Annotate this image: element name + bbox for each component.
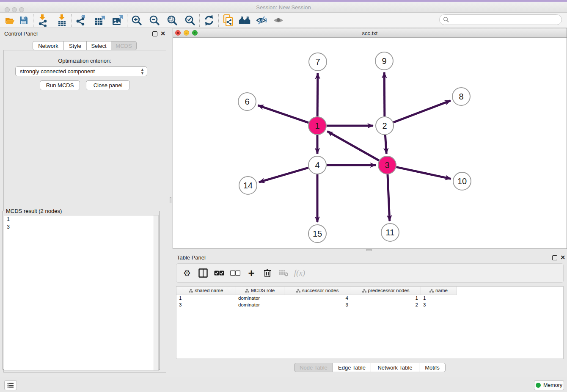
network-graph-svg: 1234678910111415	[173, 38, 567, 248]
tab-edge-table[interactable]: Edge Table	[333, 363, 371, 372]
table-cell: dominator	[236, 301, 284, 308]
mcds-result-title: MCDS result (2 nodes)	[5, 208, 63, 214]
close-panel-button[interactable]: Close panel	[86, 80, 130, 90]
tab-node-table[interactable]: Node Table	[294, 363, 333, 372]
float-panel-icon[interactable]	[152, 31, 157, 36]
graph-node-label: 7	[315, 57, 320, 66]
result-line: 1	[4, 215, 158, 223]
criterion-dropdown[interactable]: strongly connected component ▲▼	[15, 66, 147, 76]
tab-network[interactable]: Network	[33, 41, 64, 50]
toolbar-separator	[33, 14, 33, 27]
memory-status-dot	[536, 383, 541, 388]
export-network-icon[interactable]	[74, 14, 88, 27]
import-network-icon[interactable]	[36, 14, 50, 27]
export-table-icon[interactable]	[93, 14, 107, 27]
graph-node-label: 10	[457, 177, 467, 186]
add-column-icon[interactable]: +	[246, 268, 257, 279]
select-all-columns-icon[interactable]	[214, 268, 225, 279]
mcds-result-list[interactable]: 13	[4, 215, 159, 371]
tab-select[interactable]: Select	[87, 41, 111, 50]
table-cell: 1	[421, 295, 457, 301]
table-cell: 1	[351, 295, 421, 301]
memory-label: Memory	[543, 382, 562, 388]
table-toolbar: ⚙ + f(x)	[176, 263, 564, 283]
hide-selected-icon[interactable]	[255, 14, 269, 27]
graph-edge-3-10[interactable]	[396, 167, 451, 179]
table-float-panel-icon[interactable]	[552, 255, 557, 260]
vertical-splitter-handle[interactable]	[170, 197, 171, 203]
column-sort-icon	[296, 289, 300, 293]
close-panel-icon[interactable]: ✕	[160, 31, 165, 36]
network-window: ✕ − + scc.txt 1234678910111415	[173, 28, 567, 249]
delete-column-icon[interactable]	[262, 268, 273, 279]
control-panel-title: Control Panel	[4, 30, 38, 37]
criterion-value: strongly connected component	[20, 68, 95, 75]
graph-edge-2-8[interactable]	[394, 101, 451, 123]
table-body: 1dominator4113dominator323	[176, 295, 457, 308]
table-close-panel-icon[interactable]: ✕	[560, 255, 565, 260]
graph-edge-1-7[interactable]	[317, 73, 318, 116]
horizontal-splitter-handle[interactable]	[366, 249, 372, 251]
table-cell: 4	[284, 295, 351, 301]
function-builder-icon[interactable]: f(x)	[294, 268, 305, 279]
network-canvas[interactable]: 1234678910111415	[173, 38, 567, 248]
column-header-MCDS-role[interactable]: MCDS role	[236, 287, 284, 295]
toolbar-separator	[127, 14, 127, 27]
graph-edge-2-3[interactable]	[385, 135, 386, 154]
table-cell: 3	[176, 301, 236, 308]
horizontal-splitter[interactable]	[173, 249, 567, 252]
column-header-predecessor-nodes[interactable]: predecessor nodes	[351, 287, 421, 295]
table-tabs: Node TableEdge TableNetwork TableMotifs	[173, 363, 567, 372]
clone-network-icon[interactable]	[221, 14, 235, 27]
column-header-successor-nodes[interactable]: successor nodes	[284, 287, 351, 295]
toolbar-separator	[72, 14, 72, 27]
result-scrollbar[interactable]	[154, 215, 158, 370]
open-file-icon[interactable]	[3, 14, 17, 27]
toolbar-separator	[218, 14, 219, 27]
graph-edge-3-1[interactable]	[328, 131, 379, 160]
graph-node-label: 8	[459, 92, 463, 101]
graph-edge-4-14[interactable]	[259, 168, 308, 182]
vertical-splitter[interactable]	[169, 28, 173, 377]
delete-table-icon[interactable]	[278, 268, 289, 279]
graph-edge-2-9[interactable]	[384, 72, 385, 116]
table-row[interactable]: 1dominator411	[176, 295, 457, 301]
column-sort-icon	[245, 289, 249, 293]
memory-button[interactable]: Memory	[534, 380, 564, 390]
column-header-name[interactable]: name	[421, 287, 457, 295]
zoom-in-icon[interactable]	[130, 14, 143, 27]
search-input[interactable]	[449, 17, 555, 23]
network-window-titlebar[interactable]: ✕ − + scc.txt	[173, 28, 567, 38]
table-cell: 2	[351, 301, 421, 308]
task-history-button[interactable]	[4, 380, 17, 390]
column-sort-icon	[429, 289, 434, 293]
tab-style[interactable]: Style	[64, 41, 87, 50]
graph-edge-3-11[interactable]	[388, 174, 390, 221]
column-header-shared-name[interactable]: shared name	[176, 287, 236, 295]
unselect-all-columns-icon[interactable]	[230, 268, 241, 279]
node-table: shared nameMCDS rolesuccessor nodesprede…	[176, 286, 564, 359]
tab-network-table[interactable]: Network Table	[371, 363, 419, 372]
zoom-out-icon[interactable]	[148, 14, 161, 27]
graph-node-label: 11	[386, 228, 395, 237]
graph-node-label: 14	[243, 181, 253, 190]
result-lines: 13	[4, 215, 158, 231]
tab-mcds[interactable]: MCDS	[111, 41, 137, 50]
import-table-icon[interactable]	[55, 14, 69, 27]
show-selected-icon[interactable]	[272, 14, 286, 27]
save-session-icon[interactable]	[17, 14, 30, 27]
zoom-fit-icon[interactable]	[165, 14, 179, 27]
export-image-icon[interactable]	[111, 14, 124, 27]
table-row[interactable]: 3dominator323	[176, 301, 457, 308]
search-field[interactable]	[439, 14, 562, 25]
tab-motifs[interactable]: Motifs	[419, 363, 446, 372]
apply-layout-icon[interactable]	[202, 14, 216, 27]
graph-edge-1-6[interactable]	[258, 105, 309, 123]
list-icon	[7, 382, 14, 388]
show-columns-icon[interactable]	[198, 268, 209, 279]
show-all-networks-icon[interactable]	[238, 14, 252, 27]
zoom-selected-icon[interactable]	[183, 14, 197, 27]
run-mcds-button[interactable]: Run MCDS	[40, 80, 80, 90]
table-settings-icon[interactable]: ⚙	[182, 268, 193, 279]
graph-node-label: 1	[315, 121, 319, 130]
